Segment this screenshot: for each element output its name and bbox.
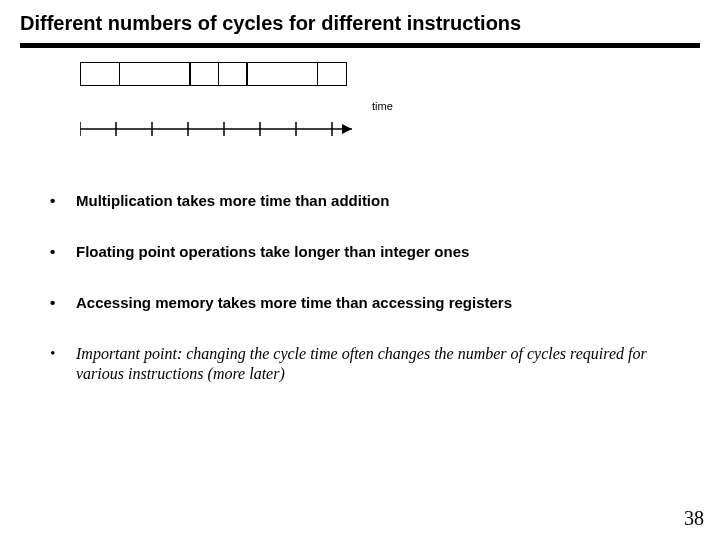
title-divider: [20, 43, 700, 48]
cycles-diagram: time: [80, 62, 700, 152]
bullet-item: Accessing memory takes more time than ac…: [50, 294, 690, 313]
bullet-item: Important point: changing the cycle time…: [50, 344, 690, 384]
bullet-item: Floating point operations take longer th…: [50, 243, 690, 262]
bullet-item: Multiplication takes more time than addi…: [50, 192, 690, 211]
instruction-cell: [80, 62, 120, 86]
time-axis-label: time: [372, 100, 393, 112]
svg-marker-9: [342, 124, 352, 134]
bullet-list: Multiplication takes more time than addi…: [50, 192, 690, 384]
instruction-boxes: [80, 62, 347, 86]
instruction-cell: [246, 62, 318, 86]
time-axis: [80, 117, 356, 141]
instruction-cell: [119, 62, 191, 86]
instruction-cell: [317, 62, 347, 86]
instruction-cell: [189, 62, 219, 86]
page-number: 38: [684, 507, 704, 530]
slide-title: Different numbers of cycles for differen…: [20, 12, 700, 35]
instruction-cell: [218, 62, 248, 86]
